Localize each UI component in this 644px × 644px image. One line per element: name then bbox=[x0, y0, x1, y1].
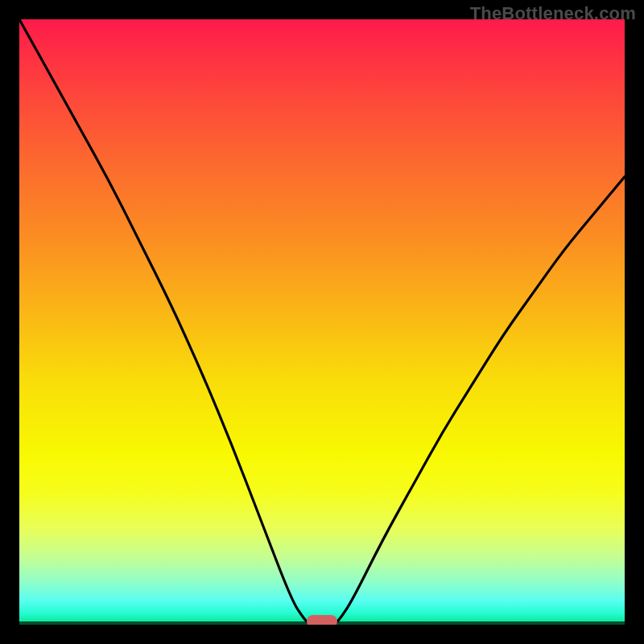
optimal-point-marker bbox=[307, 615, 337, 625]
bottleneck-curve bbox=[19, 19, 625, 625]
plot-area bbox=[19, 19, 625, 625]
watermark-text: TheBottleneck.com bbox=[470, 3, 636, 24]
chart-frame: TheBottleneck.com bbox=[0, 0, 644, 644]
